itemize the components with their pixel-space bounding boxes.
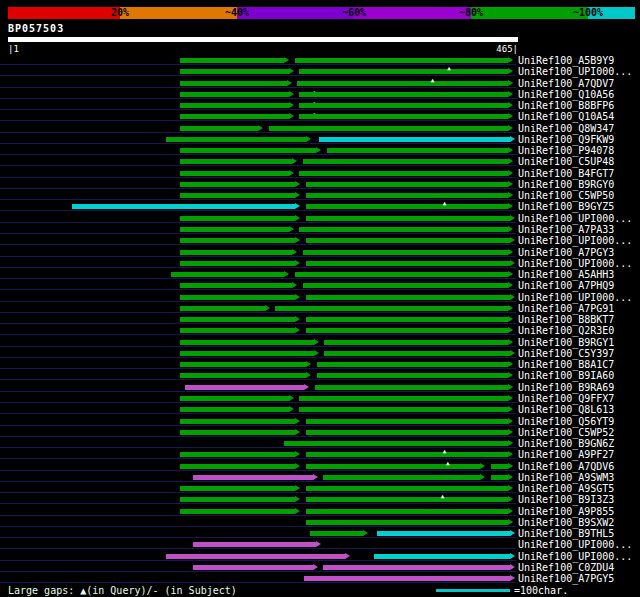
hit-label[interactable]: UniRef100_Q2R3E0 bbox=[518, 325, 614, 336]
alignment-bar-green[interactable] bbox=[303, 283, 508, 288]
hit-label[interactable]: UniRef100_A9P855 bbox=[518, 506, 614, 517]
hit-label[interactable]: UniRef100_B9RGY0 bbox=[518, 179, 614, 190]
alignment-bar-green[interactable] bbox=[306, 486, 508, 491]
hit-label[interactable]: UniRef100_C5UP48 bbox=[518, 156, 614, 167]
hit-label[interactable]: UniRef100_A9SGT5 bbox=[518, 483, 614, 494]
hit-label[interactable]: UniRef100_C0ZDU4 bbox=[518, 562, 614, 573]
hit-label[interactable]: UniRef100_A7QDV7 bbox=[518, 78, 614, 89]
alignment-bar-green[interactable] bbox=[284, 441, 508, 446]
alignment-bar-green[interactable] bbox=[180, 159, 292, 164]
alignment-bar-green[interactable] bbox=[180, 69, 289, 74]
hit-label[interactable]: UniRef100_B4FGT7 bbox=[518, 168, 614, 179]
hit-label[interactable]: UniRef100_A7QDV6 bbox=[518, 461, 614, 472]
alignment-bar-green[interactable] bbox=[306, 328, 508, 333]
alignment-bar-green[interactable] bbox=[180, 452, 295, 457]
alignment-bar-green[interactable] bbox=[299, 171, 507, 176]
alignment-bar-green[interactable] bbox=[303, 250, 508, 255]
alignment-bar-green[interactable] bbox=[299, 69, 507, 74]
alignment-bar-green[interactable] bbox=[324, 351, 510, 356]
alignment-bar-green[interactable] bbox=[306, 497, 508, 502]
alignment-bar-green[interactable] bbox=[180, 283, 292, 288]
hit-label[interactable]: UniRef100_B9I3Z3 bbox=[518, 494, 614, 505]
alignment-bar-green[interactable] bbox=[306, 193, 508, 198]
alignment-bar-green[interactable] bbox=[180, 126, 258, 131]
alignment-bar-magenta[interactable] bbox=[193, 475, 313, 480]
hit-label[interactable]: UniRef100_UPI000... bbox=[518, 551, 632, 562]
hit-label[interactable]: UniRef100_C5Y397 bbox=[518, 348, 614, 359]
alignment-bar-green[interactable] bbox=[299, 396, 507, 401]
hit-label[interactable]: UniRef100_B9SXW2 bbox=[518, 517, 614, 528]
alignment-bar-green[interactable] bbox=[180, 340, 314, 345]
alignment-bar-green[interactable] bbox=[180, 362, 306, 367]
alignment-bar-green[interactable] bbox=[491, 464, 508, 469]
alignment-bar-green[interactable] bbox=[180, 497, 295, 502]
hit-label[interactable]: UniRef100_B9GN6Z bbox=[518, 438, 614, 449]
hit-label[interactable]: UniRef100_C5WP50 bbox=[518, 190, 614, 201]
hit-label[interactable]: UniRef100_B9RGY1 bbox=[518, 337, 614, 348]
hit-label[interactable]: UniRef100_Q8L613 bbox=[518, 404, 614, 415]
hit-label[interactable]: UniRef100_A7PGY5 bbox=[518, 573, 614, 584]
hit-label[interactable]: UniRef100_B9GYZ5 bbox=[518, 201, 614, 212]
alignment-bar-green[interactable] bbox=[306, 216, 510, 221]
hit-label[interactable]: UniRef100_UPI000... bbox=[518, 258, 632, 269]
alignment-bar-green[interactable] bbox=[299, 114, 507, 119]
hit-label[interactable]: UniRef100_UPI000... bbox=[518, 292, 632, 303]
alignment-bar-green[interactable] bbox=[306, 261, 510, 266]
alignment-bar-green[interactable] bbox=[180, 486, 295, 491]
alignment-bar-magenta[interactable] bbox=[304, 576, 510, 581]
alignment-bar-green[interactable] bbox=[180, 227, 289, 232]
alignment-bar-green[interactable] bbox=[306, 452, 508, 457]
alignment-bar-green[interactable] bbox=[295, 272, 508, 277]
alignment-bar-green[interactable] bbox=[299, 92, 507, 97]
alignment-bar-green[interactable] bbox=[180, 419, 295, 424]
alignment-bar-magenta[interactable] bbox=[193, 542, 316, 547]
alignment-bar-green[interactable] bbox=[323, 475, 480, 480]
alignment-bar-green[interactable] bbox=[297, 81, 508, 86]
alignment-bar-green[interactable] bbox=[306, 464, 481, 469]
alignment-bar-green[interactable] bbox=[306, 182, 508, 187]
alignment-bar-green[interactable] bbox=[180, 430, 295, 435]
alignment-bar-green[interactable] bbox=[295, 58, 508, 63]
hit-label[interactable]: UniRef100_A5AHH3 bbox=[518, 269, 614, 280]
hit-label[interactable]: UniRef100_UPI000... bbox=[518, 213, 632, 224]
hit-label[interactable]: UniRef100_UPI000... bbox=[518, 235, 632, 246]
alignment-bar-cyan[interactable] bbox=[374, 554, 510, 559]
alignment-bar-green[interactable] bbox=[306, 317, 508, 322]
hit-label[interactable]: UniRef100_Q8W347 bbox=[518, 123, 614, 134]
alignment-bar-green[interactable] bbox=[306, 419, 508, 424]
alignment-bar-green[interactable] bbox=[275, 306, 508, 311]
alignment-bar-green[interactable] bbox=[327, 148, 508, 153]
alignment-bar-green[interactable] bbox=[299, 103, 507, 108]
alignment-bar-green[interactable] bbox=[180, 216, 295, 221]
alignment-bar-green[interactable] bbox=[317, 362, 508, 367]
alignment-bar-green[interactable] bbox=[180, 328, 295, 333]
hit-label[interactable]: UniRef100_C5WP52 bbox=[518, 427, 614, 438]
alignment-bar-green[interactable] bbox=[180, 58, 284, 63]
alignment-bar-green[interactable] bbox=[180, 182, 295, 187]
hit-label[interactable]: UniRef100_Q10A56 bbox=[518, 89, 614, 100]
hit-label[interactable]: UniRef100_UPI000... bbox=[518, 539, 632, 550]
alignment-bar-green[interactable] bbox=[180, 317, 295, 322]
hit-label[interactable]: UniRef100_A9PF27 bbox=[518, 449, 614, 460]
alignment-bar-green[interactable] bbox=[306, 295, 510, 300]
alignment-bar-green[interactable] bbox=[299, 227, 507, 232]
hit-label[interactable]: UniRef100_B9RA69 bbox=[518, 382, 614, 393]
alignment-bar-green[interactable] bbox=[166, 137, 307, 142]
hit-label[interactable]: UniRef100_A7PA33 bbox=[518, 224, 614, 235]
alignment-bar-green[interactable] bbox=[310, 531, 363, 536]
hit-label[interactable]: UniRef100_B8A1C7 bbox=[518, 359, 614, 370]
alignment-bar-green[interactable] bbox=[180, 238, 295, 243]
hit-label[interactable]: UniRef100_Q56YT9 bbox=[518, 416, 614, 427]
alignment-bar-green[interactable] bbox=[180, 114, 289, 119]
alignment-bar-green[interactable] bbox=[180, 295, 295, 300]
alignment-bar-cyan[interactable] bbox=[72, 204, 296, 209]
hit-label[interactable]: UniRef100_Q9FFX7 bbox=[518, 393, 614, 404]
alignment-bar-green[interactable] bbox=[491, 475, 508, 480]
alignment-bar-green[interactable] bbox=[306, 430, 508, 435]
alignment-bar-cyan[interactable] bbox=[319, 137, 510, 142]
alignment-bar-green[interactable] bbox=[315, 385, 508, 390]
hit-label[interactable]: UniRef100_A7PG91 bbox=[518, 303, 614, 314]
hit-label[interactable]: UniRef100_A7PGY3 bbox=[518, 247, 614, 258]
hit-label[interactable]: UniRef100_UPI000... bbox=[518, 66, 632, 77]
hit-label[interactable]: UniRef100_B9THL5 bbox=[518, 528, 614, 539]
